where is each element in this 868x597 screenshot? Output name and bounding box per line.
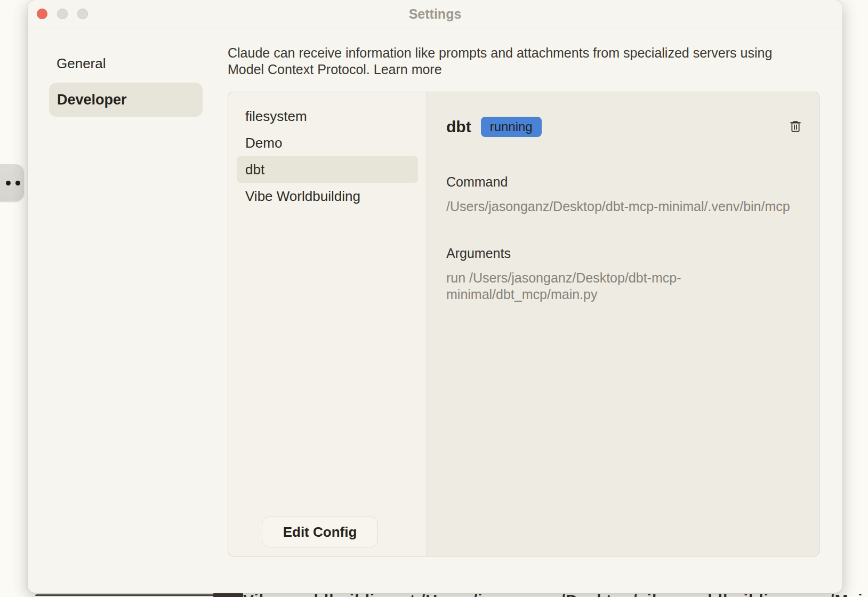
command-value: /Users/jasonganz/Desktop/dbt-mcp-minimal… xyxy=(446,198,803,215)
mcp-servers-panel: filesystem Demo dbt Vibe Worldbuilding E… xyxy=(228,92,819,556)
command-label: Command xyxy=(446,174,803,190)
mcp-description: Claude can receive information like prom… xyxy=(228,45,802,78)
window-title: Settings xyxy=(409,6,462,22)
background-overflow-card[interactable] xyxy=(0,164,24,201)
server-detail: dbt running Command /Users/jasonganz/Des… xyxy=(427,92,819,556)
learn-more-link[interactable]: Learn more xyxy=(374,62,442,77)
server-item-dbt[interactable]: dbt xyxy=(237,156,418,183)
server-item-filesystem[interactable]: filesystem xyxy=(228,103,427,130)
edit-config-button[interactable]: Edit Config xyxy=(262,517,378,547)
ellipsis-dots-icon xyxy=(6,181,11,185)
arguments-label: Arguments xyxy=(446,246,803,261)
server-item-demo[interactable]: Demo xyxy=(228,130,427,156)
arguments-value: run /Users/jasonganz/Desktop/dbt-mcp-min… xyxy=(446,270,724,303)
sidebar-item-general[interactable]: General xyxy=(57,53,106,74)
obscured-input-border xyxy=(35,594,214,596)
server-item-vibe-worldbuilding[interactable]: Vibe Worldbuilding xyxy=(228,183,427,209)
zoom-button[interactable] xyxy=(77,9,88,19)
sidebar-item-developer[interactable]: Developer xyxy=(49,83,203,117)
minimize-button[interactable] xyxy=(57,9,68,19)
server-list: filesystem Demo dbt Vibe Worldbuilding E… xyxy=(228,92,427,556)
delete-server-button[interactable] xyxy=(788,119,803,134)
close-button[interactable] xyxy=(37,9,47,19)
traffic-lights xyxy=(37,9,88,19)
settings-window: Settings General Developer Claude can re… xyxy=(28,0,842,593)
server-name: dbt xyxy=(446,118,471,136)
server-detail-header: dbt running xyxy=(446,117,803,137)
obscured-bottom-text: Vibe worldbuilding at /Users/jasonganz/D… xyxy=(243,593,868,597)
description-text: Claude can receive information like prom… xyxy=(228,45,772,77)
obscured-ui-fragment xyxy=(213,593,243,597)
status-badge: running xyxy=(481,117,542,137)
trash-icon xyxy=(788,119,803,134)
titlebar: Settings xyxy=(28,0,842,28)
ellipsis-dots-icon xyxy=(15,181,20,185)
